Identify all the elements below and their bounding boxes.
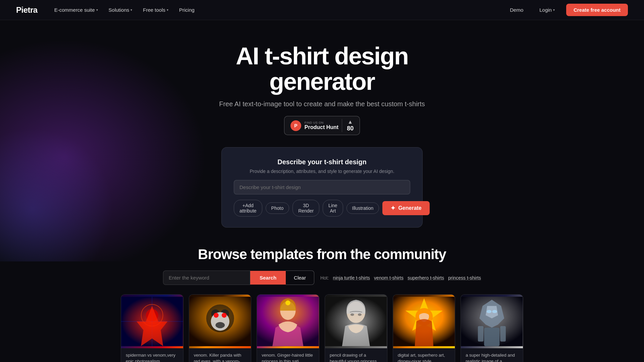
- svg-point-11: [214, 313, 219, 318]
- main-content: AI t-shirt design generator Free AI text…: [0, 0, 644, 362]
- svg-point-16: [285, 300, 290, 305]
- svg-rect-27: [500, 326, 506, 342]
- browse-section: Browse templates from the community Sear…: [0, 246, 644, 362]
- template-image-1: [189, 295, 251, 348]
- generator-actions: +Add attribute Photo 3D Render Line Art …: [234, 200, 410, 217]
- chevron-down-icon: ▾: [96, 8, 98, 12]
- template-card-5[interactable]: a super high-detailed and realistic imag…: [461, 294, 523, 362]
- svg-point-29: [492, 310, 497, 313]
- product-hunt-icon: P: [290, 120, 301, 131]
- svg-rect-26: [478, 326, 484, 342]
- template-card-0[interactable]: spiderman vs venom,very epic,photorealis…: [121, 294, 183, 362]
- page-title: AI t-shirt design generator: [188, 44, 456, 94]
- svg-point-12: [222, 313, 227, 318]
- svg-rect-25: [484, 328, 500, 346]
- create-account-button[interactable]: Create free account: [566, 4, 628, 16]
- product-hunt-badge[interactable]: P FIND US ON Product Hunt ▲ 80: [284, 116, 360, 135]
- template-image-3: [325, 295, 387, 348]
- template-card-1[interactable]: venom. Killer panda with red eyes, with …: [189, 294, 252, 362]
- nav-item-pricing[interactable]: Pricing: [174, 5, 199, 15]
- template-image-2: [257, 295, 319, 348]
- generator-title: Describe your t-shirt design: [234, 158, 410, 166]
- product-hunt-count: ▲ 80: [342, 119, 354, 132]
- search-bar: Search Clear Hot: ninja turtle t-shirts …: [163, 270, 481, 285]
- style-tag-illustration[interactable]: Illustration: [346, 202, 379, 214]
- template-svg-4: [393, 295, 455, 348]
- template-image-4: [393, 295, 455, 348]
- template-card-4[interactable]: digital art, superhero art, disney-pixar…: [393, 294, 455, 362]
- add-attribute-button[interactable]: +Add attribute: [234, 200, 262, 217]
- hot-tag-3[interactable]: princess t-shirts: [448, 275, 481, 281]
- product-hunt-find-label: FIND US ON: [305, 121, 338, 124]
- template-image-5: [461, 295, 523, 348]
- generate-button[interactable]: ✦ Generate: [382, 201, 429, 215]
- chevron-down-icon: ▾: [553, 8, 555, 12]
- generator-card: Describe your t-shirt design Provide a d…: [221, 147, 423, 228]
- template-image-0: [121, 295, 183, 348]
- template-grid: spiderman vs venom,very epic,photorealis…: [0, 294, 644, 362]
- upvote-count: 80: [347, 125, 354, 132]
- hot-tag-2[interactable]: superhero t-shirts: [408, 275, 444, 281]
- demo-link[interactable]: Demo: [505, 5, 528, 15]
- hero-section: AI t-shirt design generator Free AI text…: [188, 20, 456, 228]
- svg-point-13: [215, 322, 225, 328]
- browse-title: Browse templates from the community: [198, 246, 446, 262]
- hero-subtitle: Free AI text-to-image tool to create and…: [219, 100, 425, 108]
- design-input[interactable]: [234, 180, 410, 194]
- template-desc-4: digital art, superhero art, disney-pixar…: [393, 348, 455, 362]
- template-desc-5: a super high-detailed and realistic imag…: [461, 348, 523, 362]
- svg-point-20: [358, 313, 362, 316]
- product-hunt-text: FIND US ON Product Hunt: [305, 121, 338, 130]
- logo[interactable]: Pietra: [16, 5, 38, 15]
- template-svg-0: [121, 295, 183, 348]
- style-tag-lineart[interactable]: Line Art: [323, 200, 343, 217]
- style-tag-photo[interactable]: Photo: [266, 202, 289, 214]
- svg-point-19: [351, 313, 354, 316]
- sparkle-icon: ✦: [390, 204, 395, 212]
- template-svg-5: [461, 295, 523, 348]
- generator-description: Provide a description, attributes, and s…: [234, 169, 410, 174]
- chevron-down-icon: ▾: [130, 8, 132, 12]
- nav-item-freetools[interactable]: Free tools ▾: [138, 5, 173, 15]
- upvote-icon: ▲: [347, 119, 353, 125]
- style-tag-3drender[interactable]: 3D Render: [292, 200, 319, 217]
- template-desc-0: spiderman vs venom,very epic,photorealis…: [121, 348, 183, 362]
- nav-right: Demo Login ▾ Create free account: [505, 4, 628, 16]
- nav-item-solutions[interactable]: Solutions ▾: [104, 5, 137, 15]
- nav-left: Pietra E-commerce suite ▾ Solutions ▾ Fr…: [16, 5, 199, 15]
- template-svg-3: [325, 295, 387, 348]
- svg-point-28: [487, 310, 492, 313]
- template-card-3[interactable]: pencil drawing of a beautiful young prin…: [325, 294, 387, 362]
- hot-tag-1[interactable]: venom t-shirts: [374, 275, 404, 281]
- clear-button[interactable]: Clear: [286, 270, 314, 285]
- search-button[interactable]: Search: [250, 271, 286, 285]
- login-button[interactable]: Login ▾: [535, 5, 559, 15]
- nav-item-ecommerce[interactable]: E-commerce suite ▾: [50, 5, 103, 15]
- template-desc-2: venom. Ginger-haired little princess in …: [257, 348, 319, 362]
- template-desc-3: pencil drawing of a beautiful young prin…: [325, 348, 387, 362]
- hot-tags: Hot: ninja turtle t-shirts venom t-shirt…: [320, 275, 481, 281]
- keyword-search-input[interactable]: [163, 270, 250, 285]
- product-hunt-name: Product Hunt: [305, 124, 338, 130]
- template-svg-1: [189, 295, 251, 348]
- nav-items: E-commerce suite ▾ Solutions ▾ Free tool…: [50, 5, 199, 15]
- template-desc-1: venom. Killer panda with red eyes, with …: [189, 348, 251, 362]
- template-card-2[interactable]: venom. Ginger-haired little princess in …: [257, 294, 319, 362]
- template-svg-2: [257, 295, 319, 348]
- hot-tag-0[interactable]: ninja turtle t-shirts: [333, 275, 370, 281]
- chevron-down-icon: ▾: [167, 8, 168, 12]
- hot-label: Hot:: [320, 275, 329, 281]
- navbar: Pietra E-commerce suite ▾ Solutions ▾ Fr…: [0, 0, 644, 20]
